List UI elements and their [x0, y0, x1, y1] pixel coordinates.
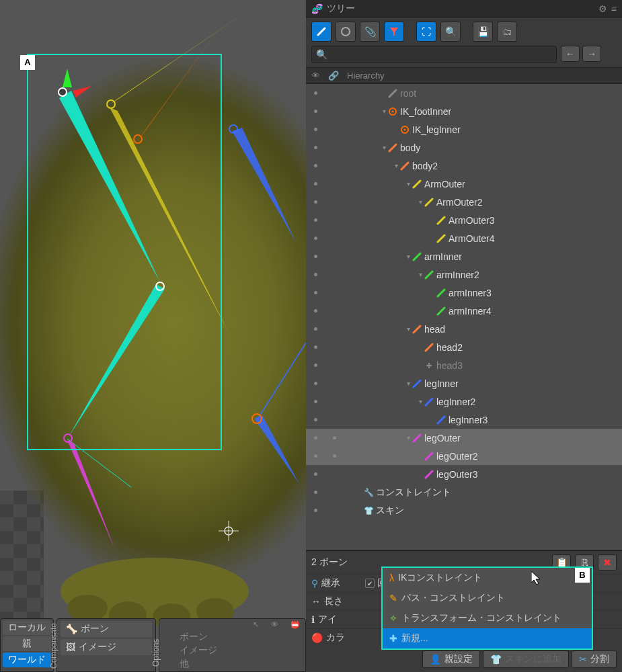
selection-count: 2 ボーン [311, 556, 348, 569]
inherit-icon: ⚲ [311, 578, 318, 589]
svg-line-14 [257, 343, 306, 420]
tree-item-body[interactable]: ▾body [306, 138, 622, 157]
bottom-buttons: 👤親設定 👕スキンに追加 ✂分割 [306, 646, 622, 672]
tree-item-legOuter3[interactable]: legOuter3 [306, 465, 622, 483]
settings-icon[interactable]: ⚙ [598, 3, 607, 14]
tree-item-armInner2[interactable]: ▾armInner2 [306, 265, 622, 284]
selection-box-a [27, 54, 222, 450]
panel-title: ツリー [327, 3, 355, 15]
tree-item-スキン[interactable]: 👕スキン [306, 501, 622, 519]
tree-item-legInner3[interactable]: legInner3 [306, 411, 622, 429]
svg-marker-12 [232, 128, 296, 242]
popup-ik[interactable]: λIKコンストレイント [383, 568, 592, 588]
cursor-icon [531, 571, 543, 587]
tool-saveall[interactable]: 🗂 [497, 22, 517, 42]
svg-point-23 [392, 110, 394, 112]
vis-other-row[interactable]: 他 [176, 657, 305, 671]
info-icon: ℹ [311, 614, 315, 625]
tree-item-ArmOuter3[interactable]: ArmOuter3 [306, 211, 622, 229]
tree-item-legInner2[interactable]: ▾legInner2 [306, 392, 622, 411]
tool-filter[interactable] [384, 22, 404, 42]
visibility-icon[interactable]: 👁 [311, 71, 320, 81]
search-input[interactable]: 🔍 [311, 46, 557, 63]
set-parent-button[interactable]: 👤親設定 [422, 650, 480, 668]
vis-bones-row[interactable]: ボーン [176, 630, 305, 644]
delete-button[interactable]: ✖ [598, 554, 617, 571]
tree-item-body2[interactable]: ▾body2 [306, 157, 622, 175]
panel-tabbar: 🧬 ツリー ⚙ ≡ [306, 0, 622, 17]
split-button[interactable]: ✂分割 [572, 650, 617, 668]
vis-images-row[interactable]: イメージ [176, 644, 305, 657]
compensate-panel: 🦴ボーン 🖼イメージ [56, 618, 156, 672]
comp-images[interactable]: 🖼イメージ [61, 639, 152, 655]
tree-item-armInner3[interactable]: armInner3 [306, 284, 622, 302]
tree-item-head[interactable]: ▾head [306, 320, 622, 338]
tree-item-legInner[interactable]: ▾legInner [306, 374, 622, 392]
pivot-crosshair[interactable] [219, 521, 239, 541]
color-icon: 🔴 [311, 632, 323, 643]
hierarchy-label: Hierarchy [347, 71, 385, 81]
mode-world[interactable]: ワールド [3, 653, 51, 667]
tool-bone[interactable] [311, 22, 332, 42]
compensate-label: Compensate [49, 623, 59, 669]
marker-a: A [20, 55, 35, 70]
axis-mode-panel: ローカル 親 ワールド [0, 618, 54, 672]
tree-item-root[interactable]: root [306, 84, 622, 102]
comp-bones[interactable]: 🦴ボーン [61, 621, 152, 637]
marker-b: B [575, 568, 590, 583]
popup-path[interactable]: ✎パス・コンストレイント [383, 588, 592, 608]
options-label: Options [151, 639, 161, 667]
svg-marker-28 [531, 571, 540, 585]
popup-transform[interactable]: ✧トランスフォーム・コンストレイント [383, 608, 592, 628]
tool-focus[interactable]: ⛶ [416, 22, 436, 42]
joint-blue1[interactable] [229, 124, 238, 134]
link-icon[interactable]: 🔗 [328, 71, 339, 81]
tree-item-IK_legInner[interactable]: IK_legInner [306, 120, 622, 138]
hierarchy-header: 👁 🔗 Hierarchy [306, 67, 622, 84]
tree-item-legOuter[interactable]: ▾legOuter [306, 429, 622, 447]
toolbar: 📎 ⛶ 🔍 💾 🗂 🔍 ← → [306, 17, 622, 67]
menu-icon[interactable]: ≡ [611, 3, 617, 14]
options-panel: ↖👁📛 ボーン イメージ 他 [159, 618, 306, 672]
tree-item-ArmOuter2[interactable]: ▾ArmOuter2 [306, 193, 622, 211]
constraint-popup: λIKコンストレイント ✎パス・コンストレイント ✧トランスフォーム・コンストレ… [381, 566, 593, 650]
length-icon: ↔ [311, 596, 321, 607]
tree-item-legOuter2[interactable]: legOuter2 [306, 447, 622, 465]
tree-item-ArmOuter4[interactable]: ArmOuter4 [306, 229, 622, 247]
svg-marker-21 [390, 28, 398, 36]
mode-local[interactable]: ローカル [3, 620, 51, 635]
tool-circle[interactable] [336, 22, 356, 42]
tool-attach[interactable]: 📎 [360, 22, 380, 42]
svg-marker-13 [254, 415, 299, 484]
svg-point-20 [342, 28, 350, 36]
viewport[interactable]: A ローカル 親 ワールド 🦴ボーン 🖼イメージ Compensate ↖👁📛 … [0, 0, 306, 672]
tree-icon: 🧬 [311, 3, 323, 14]
tree-item-head2[interactable]: head2 [306, 338, 622, 356]
tree-item-コンストレイント[interactable]: 🔧コンストレイント [306, 483, 622, 501]
tool-search[interactable]: 🔍 [440, 22, 461, 42]
tree-item-IK_footInner[interactable]: ▾IK_footInner [306, 102, 622, 120]
search-icon: 🔍 [316, 49, 327, 60]
nav-back[interactable]: ← [561, 46, 580, 62]
nav-fwd[interactable]: → [582, 46, 601, 62]
popup-new[interactable]: ✚新規... [383, 628, 592, 648]
joint-ik-target[interactable] [251, 413, 262, 424]
tree-item-ArmOuter[interactable]: ▾ArmOuter [306, 175, 622, 193]
svg-point-25 [404, 128, 406, 130]
tree-item-head3[interactable]: head3 [306, 356, 622, 374]
tree-item-armInner4[interactable]: armInner4 [306, 302, 622, 320]
add-skin-button[interactable]: 👕スキンに追加 [483, 650, 569, 668]
tool-save[interactable]: 💾 [473, 22, 493, 42]
hierarchy-tree[interactable]: root▾IK_footInnerIK_legInner▾body▾body2▾… [306, 84, 622, 550]
mode-parent[interactable]: 親 [3, 636, 51, 651]
tree-item-armInner[interactable]: ▾armInner [306, 247, 622, 265]
